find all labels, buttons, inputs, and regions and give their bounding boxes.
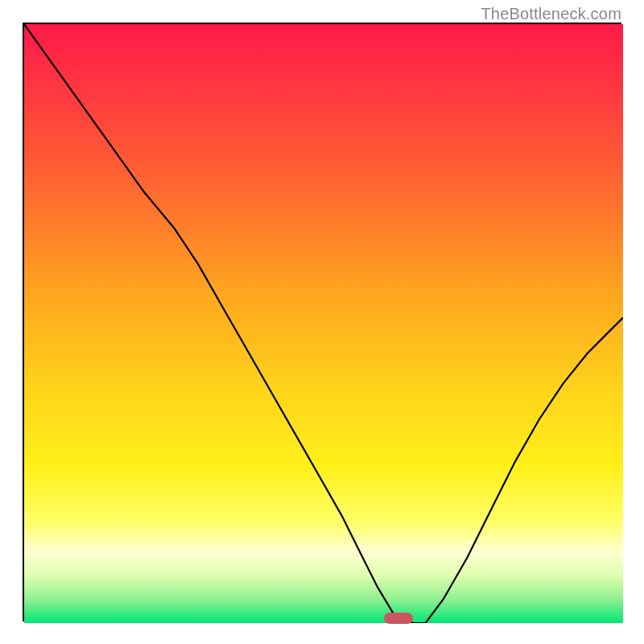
chart-container: TheBottleneck.com <box>0 0 644 644</box>
curve-line <box>24 24 623 623</box>
watermark-text: TheBottleneck.com <box>481 5 621 23</box>
optimal-marker <box>384 613 413 624</box>
plot-area <box>23 23 621 621</box>
